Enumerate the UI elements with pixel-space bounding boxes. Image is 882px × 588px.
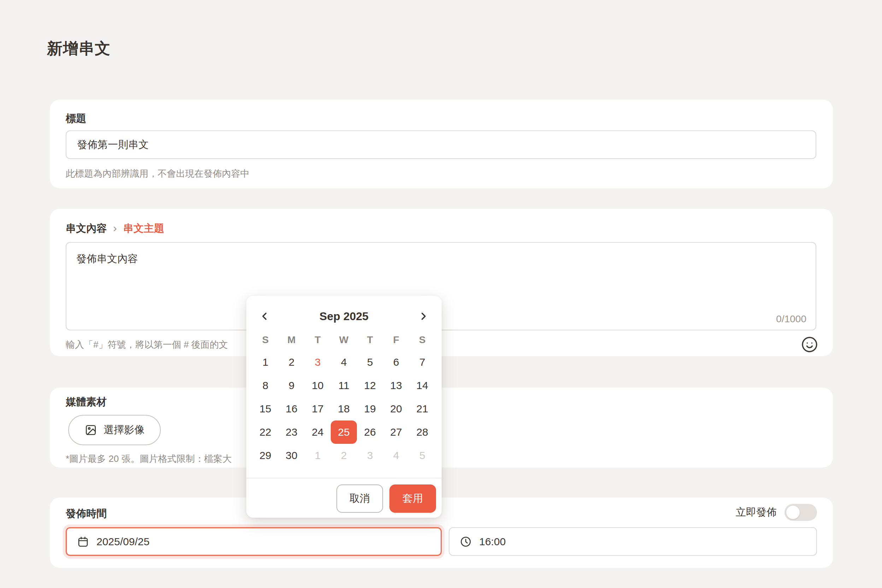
calendar-day[interactable]: 2 bbox=[279, 351, 304, 374]
publish-now-toggle[interactable] bbox=[784, 504, 817, 521]
title-label: 標題 bbox=[66, 112, 86, 126]
publish-time-label: 發佈時間 bbox=[66, 507, 107, 521]
breadcrumb: 串文內容 › 串文主題 bbox=[66, 222, 164, 236]
calendar-day-muted[interactable]: 5 bbox=[409, 444, 435, 467]
calendar-day[interactable]: 7 bbox=[409, 351, 435, 374]
calendar-day[interactable]: 14 bbox=[409, 374, 435, 397]
calendar-day[interactable]: 30 bbox=[279, 444, 304, 467]
char-counter: 0/1000 bbox=[776, 314, 806, 325]
calendar-day[interactable]: 27 bbox=[383, 420, 409, 444]
calendar-day[interactable]: 16 bbox=[279, 397, 304, 420]
calendar-day[interactable]: 11 bbox=[331, 374, 357, 397]
breadcrumb-root: 串文內容 bbox=[66, 222, 107, 236]
weekday-label: S bbox=[252, 333, 279, 347]
calendar-day[interactable]: 5 bbox=[357, 351, 383, 374]
date-input-value: 2025/09/25 bbox=[96, 536, 150, 548]
calendar-day[interactable]: 21 bbox=[409, 397, 435, 420]
page-title: 新增串文 bbox=[47, 38, 111, 59]
apply-button[interactable]: 套用 bbox=[389, 484, 436, 513]
calendar-day[interactable]: 29 bbox=[252, 444, 279, 467]
smiley-icon bbox=[800, 335, 819, 354]
calendar-day[interactable]: 22 bbox=[252, 420, 279, 444]
calendar-day[interactable]: 19 bbox=[357, 397, 383, 420]
weekday-label: T bbox=[304, 333, 331, 347]
calendar-day-muted[interactable]: 1 bbox=[304, 444, 331, 467]
calendar-day-muted[interactable]: 2 bbox=[331, 444, 357, 467]
title-helper-text: 此標題為內部辨識用，不會出現在發佈內容中 bbox=[66, 168, 249, 180]
calendar-day[interactable]: 13 bbox=[383, 374, 409, 397]
media-label: 媒體素材 bbox=[66, 395, 107, 409]
weekday-label: S bbox=[409, 333, 435, 347]
calendar-day[interactable]: 15 bbox=[252, 397, 279, 420]
time-input-value: 16:00 bbox=[479, 536, 506, 548]
content-textarea-value: 發佈串文內容 bbox=[76, 253, 138, 264]
cancel-button[interactable]: 取消 bbox=[336, 484, 383, 513]
title-input-value: 發佈第一則串文 bbox=[77, 138, 149, 152]
image-icon bbox=[84, 424, 97, 436]
weekday-label: F bbox=[383, 333, 409, 347]
calendar-icon bbox=[76, 536, 89, 548]
weekday-header: S M T W T F S bbox=[252, 333, 436, 347]
calendar-day-today[interactable]: 3 bbox=[304, 351, 331, 374]
date-input[interactable]: 2025/09/25 bbox=[66, 527, 442, 556]
title-input[interactable]: 發佈第一則串文 bbox=[66, 130, 816, 159]
chevron-left-icon bbox=[259, 310, 271, 322]
chevron-right-separator-icon: › bbox=[113, 222, 117, 235]
date-picker-popup: Sep 2025 S M T W T F S 1 2 3 4 5 6 7 8 9… bbox=[246, 296, 442, 518]
calendar-day[interactable]: 17 bbox=[304, 397, 331, 420]
calendar-day[interactable]: 24 bbox=[304, 420, 331, 444]
calendar-day[interactable]: 23 bbox=[279, 420, 304, 444]
weekday-label: T bbox=[357, 333, 383, 347]
calendar-day[interactable]: 4 bbox=[331, 351, 357, 374]
choose-image-button[interactable]: 選擇影像 bbox=[68, 415, 161, 445]
prev-month-button[interactable] bbox=[257, 309, 273, 324]
calendar-day[interactable]: 26 bbox=[357, 420, 383, 444]
calendar-day-selected[interactable]: 25 bbox=[331, 420, 357, 444]
popup-divider bbox=[246, 478, 442, 478]
calendar-day[interactable]: 18 bbox=[331, 397, 357, 420]
calendar-day-muted[interactable]: 4 bbox=[383, 444, 409, 467]
content-helper-text: 輸入「#」符號，將以第一個 # 後面的文 bbox=[66, 339, 228, 351]
calendar-day[interactable]: 20 bbox=[383, 397, 409, 420]
toggle-knob bbox=[786, 506, 800, 519]
calendar-day[interactable]: 12 bbox=[357, 374, 383, 397]
emoji-picker-button[interactable] bbox=[800, 335, 819, 354]
publish-now-label: 立即發佈 bbox=[736, 506, 777, 519]
calendar-day[interactable]: 10 bbox=[304, 374, 331, 397]
chevron-right-icon bbox=[417, 310, 429, 322]
calendar-day[interactable]: 9 bbox=[279, 374, 304, 397]
next-month-button[interactable] bbox=[416, 309, 431, 324]
calendar-day-muted[interactable]: 3 bbox=[357, 444, 383, 467]
calendar-day[interactable]: 6 bbox=[383, 351, 409, 374]
calendar-grid: 1 2 3 4 5 6 7 8 9 10 11 12 13 14 15 16 1… bbox=[252, 351, 436, 467]
month-label: Sep 2025 bbox=[320, 310, 369, 323]
calendar-day[interactable]: 8 bbox=[252, 374, 279, 397]
breadcrumb-thread-topic-link[interactable]: 串文主題 bbox=[123, 222, 164, 236]
clock-icon bbox=[459, 536, 472, 548]
weekday-label: M bbox=[279, 333, 304, 347]
calendar-day[interactable]: 1 bbox=[252, 351, 279, 374]
calendar-day[interactable]: 28 bbox=[409, 420, 435, 444]
weekday-label: W bbox=[331, 333, 357, 347]
title-card: 標題 發佈第一則串文 此標題為內部辨識用，不會出現在發佈內容中 bbox=[50, 100, 833, 188]
time-input[interactable]: 16:00 bbox=[449, 527, 817, 556]
choose-image-label: 選擇影像 bbox=[104, 423, 144, 437]
media-helper-text: *圖片最多 20 張。圖片格式限制：檔案大 bbox=[66, 453, 232, 465]
